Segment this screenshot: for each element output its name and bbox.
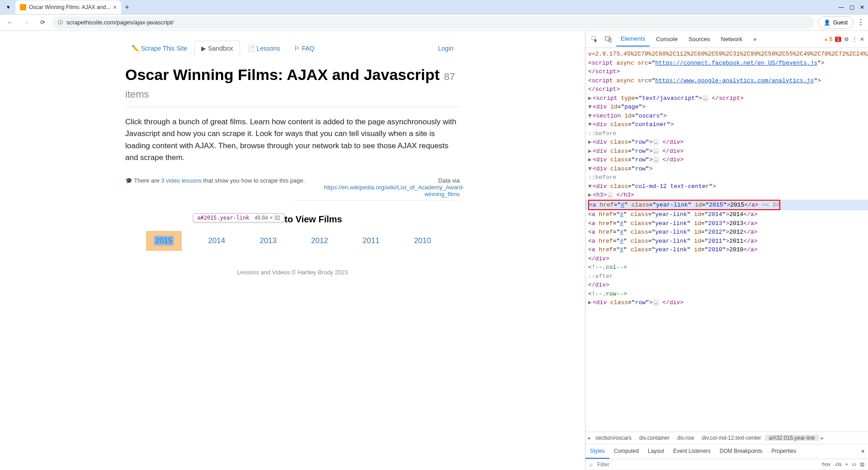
settings-icon[interactable]: ⚙ bbox=[844, 36, 849, 42]
new-rule-icon[interactable]: + bbox=[845, 461, 848, 467]
dom-line[interactable]: <a href="#" class="year-link" id="2012">… bbox=[585, 228, 868, 237]
favicon-icon bbox=[20, 4, 26, 10]
devtools-tab-sources[interactable]: Sources bbox=[684, 32, 715, 46]
devtools-tab-more-icon[interactable]: » bbox=[749, 32, 761, 46]
dom-line[interactable]: ⋯<a href="#" class="year-link" id="2015"… bbox=[585, 200, 868, 211]
dom-line[interactable]: ::before bbox=[585, 173, 868, 182]
dom-line[interactable]: ▼<div class="col-md-12 text-center"> bbox=[585, 182, 868, 191]
dom-line[interactable]: ▶<div class="row">… </div> bbox=[585, 298, 868, 307]
styles-filter-row: ⌕ :hov .cls + ▭ ▥ bbox=[585, 459, 868, 470]
dom-line[interactable]: ::before bbox=[585, 129, 868, 138]
devtools-tab-elements[interactable]: Elements bbox=[616, 32, 650, 47]
tabs-dropdown-icon[interactable]: ▾ bbox=[4, 3, 13, 12]
nav-login[interactable]: Login bbox=[432, 41, 460, 56]
styles-panel-icon[interactable]: ▥ bbox=[860, 461, 864, 467]
nav-sandbox[interactable]: ▶ Sandbox bbox=[194, 41, 240, 56]
styles-tab-event-listeners[interactable]: Event Listeners bbox=[669, 444, 715, 459]
video-lessons-link[interactable]: 3 video lessons bbox=[161, 177, 202, 184]
year-2012[interactable]: 2012 bbox=[303, 231, 336, 251]
dom-tree[interactable]: v=2.9.175…45%2C79%2C68%2C112%2C60%2C59%2… bbox=[585, 48, 868, 432]
dom-line[interactable]: ▶<script type="text/javascript">… </scri… bbox=[585, 94, 868, 103]
maximize-icon[interactable]: ▢ bbox=[849, 4, 854, 10]
breadcrumb-item[interactable]: a#\32 015.year-link bbox=[765, 435, 819, 441]
dom-line[interactable]: </script> bbox=[585, 67, 868, 76]
divider bbox=[125, 107, 460, 107]
site-info-icon[interactable]: ⓘ bbox=[58, 19, 63, 26]
hov-toggle[interactable]: :hov bbox=[821, 461, 830, 467]
nav-faq[interactable]: 🏳 FAQ bbox=[288, 41, 321, 56]
browser-tab[interactable]: Oscar Winning Films: AJAX and... × bbox=[15, 0, 121, 14]
devtools-menu-icon[interactable]: ⋮ bbox=[852, 36, 857, 42]
dom-line[interactable]: ::after bbox=[585, 272, 868, 281]
cls-toggle[interactable]: .cls bbox=[834, 461, 842, 467]
breadcrumb-right-icon[interactable]: ▸ bbox=[819, 435, 826, 441]
nav-lessons[interactable]: 📄 Lessons bbox=[241, 41, 287, 56]
devtools-tabs: Elements Console Sources Network » 5 1 ⚙… bbox=[585, 31, 868, 48]
browser-menu-icon[interactable]: ⋮ bbox=[857, 18, 864, 27]
year-2010[interactable]: 2010 bbox=[406, 231, 439, 251]
guest-profile-button[interactable]: 👤 Guest bbox=[818, 16, 854, 29]
url-input[interactable]: ⓘ scrapethissite.com/pages/ajax-javascri… bbox=[52, 16, 814, 29]
year-2015[interactable]: 2015 bbox=[146, 231, 182, 251]
tab-title: Oscar Winning Films: AJAX and... bbox=[29, 4, 110, 10]
styles-tab-styles[interactable]: Styles bbox=[585, 444, 609, 459]
dom-line[interactable]: ▶<div class="row">… </div> bbox=[585, 155, 868, 164]
dom-line[interactable]: <!--.col--> bbox=[585, 263, 868, 272]
dom-line[interactable]: <!--.row--> bbox=[585, 290, 868, 299]
dom-line[interactable]: <a href="#" class="year-link" id="2013">… bbox=[585, 219, 868, 228]
back-icon[interactable]: ← bbox=[4, 16, 16, 29]
dom-line[interactable]: </div> bbox=[585, 254, 868, 263]
devtools-tab-console[interactable]: Console bbox=[651, 32, 682, 46]
warnings-badge[interactable]: 5 bbox=[824, 36, 832, 42]
breadcrumb-item[interactable]: div.col-md-12.text-center bbox=[698, 435, 765, 441]
breadcrumb-left-icon[interactable]: ◂ bbox=[585, 435, 592, 441]
person-icon: 👤 bbox=[824, 19, 830, 26]
dom-line[interactable]: <script async src="https://connect.faceb… bbox=[585, 59, 868, 68]
data-via: Data via https://en.wikipedia.org/wiki/L… bbox=[324, 177, 460, 197]
styles-tab-computed[interactable]: Computed bbox=[609, 444, 643, 459]
styles-tab-layout[interactable]: Layout bbox=[643, 444, 669, 459]
styles-tab-properties[interactable]: Properties bbox=[767, 444, 801, 459]
dom-line[interactable]: <a href="#" class="year-link" id="2014">… bbox=[585, 210, 868, 219]
dom-line[interactable]: <a href="#" class="year-link" id="2011">… bbox=[585, 237, 868, 246]
dom-line[interactable]: </script> bbox=[585, 85, 868, 94]
year-2011[interactable]: 2011 bbox=[354, 231, 388, 251]
nav-home[interactable]: ✏️ Scrape This Site bbox=[125, 41, 193, 56]
dom-line[interactable]: v=2.9.175…45%2C79%2C68%2C112%2C60%2C59%2… bbox=[585, 50, 868, 59]
wikipedia-link[interactable]: https://en.wikipedia.org/wiki/List_of_Ac… bbox=[324, 184, 464, 197]
inspect-element-icon[interactable] bbox=[589, 33, 601, 45]
dom-line[interactable]: <a href="#" class="year-link" id="2010">… bbox=[585, 245, 868, 254]
devtools-close-icon[interactable]: ✕ bbox=[860, 36, 864, 42]
dom-line[interactable]: </div> bbox=[585, 281, 868, 290]
breadcrumb-item[interactable]: div.container bbox=[636, 435, 674, 441]
new-tab-icon[interactable]: + bbox=[125, 3, 129, 11]
window-controls: — ▢ ✕ bbox=[839, 4, 864, 10]
dom-line[interactable]: ▶<div class="row">… </div> bbox=[585, 147, 868, 156]
close-icon[interactable]: × bbox=[113, 4, 117, 11]
year-2013[interactable]: 2013 bbox=[251, 231, 285, 251]
styles-filter-input[interactable] bbox=[597, 461, 816, 468]
address-bar: ← → ⟳ ⓘ scrapethissite.com/pages/ajax-ja… bbox=[0, 14, 868, 31]
close-window-icon[interactable]: ✕ bbox=[860, 4, 864, 10]
computed-styles-icon[interactable]: ▭ bbox=[852, 461, 856, 467]
styles-tab-more-icon[interactable]: » bbox=[858, 444, 868, 459]
dom-line[interactable]: <script async src="https://www.google-an… bbox=[585, 76, 868, 85]
device-toggle-icon[interactable] bbox=[603, 33, 614, 45]
url-text: scrapethissite.com/pages/ajax-javascript… bbox=[66, 19, 174, 26]
breadcrumb-item[interactable]: section#oscars bbox=[592, 435, 636, 441]
dom-line[interactable]: ▼<section id="oscars"> bbox=[585, 112, 868, 121]
year-2014[interactable]: 2014 bbox=[200, 231, 233, 251]
minimize-icon[interactable]: — bbox=[839, 4, 844, 10]
devtools-breadcrumb: ◂ section#oscars div.container div.row d… bbox=[585, 432, 868, 444]
dom-line[interactable]: ▼<div class="container"> bbox=[585, 120, 868, 129]
dom-line[interactable]: ▼<div class="row"> bbox=[585, 164, 868, 174]
styles-tab-dom-breakpoints[interactable]: DOM Breakpoints bbox=[715, 444, 767, 459]
devtools-tab-network[interactable]: Network bbox=[717, 32, 747, 46]
reload-icon[interactable]: ⟳ bbox=[36, 16, 49, 29]
dom-line[interactable]: ▼<div id="page"> bbox=[585, 103, 868, 112]
dom-line[interactable]: ▶<h3>… </h3> bbox=[585, 191, 868, 200]
dom-line[interactable]: ▶<div class="row">… </div> bbox=[585, 138, 868, 147]
errors-badge[interactable]: 1 bbox=[835, 37, 841, 42]
breadcrumb-item[interactable]: div.row bbox=[674, 435, 698, 441]
tooltip-dimensions: 49.84 × 32 bbox=[255, 215, 280, 221]
